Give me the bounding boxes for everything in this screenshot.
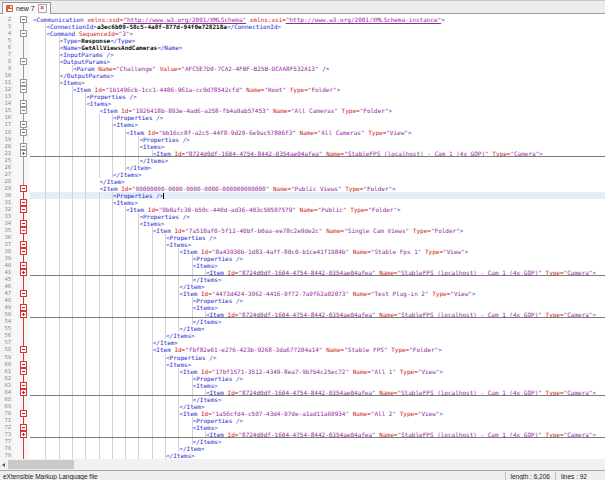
fold-expand-icon[interactable] [20, 389, 27, 396]
line-text[interactable]: <Items> [30, 382, 605, 389]
fold-margin[interactable] [13, 339, 30, 346]
fold-margin[interactable] [13, 16, 30, 23]
line-text[interactable]: </Items> [30, 276, 605, 283]
code-line[interactable]: 48<Properties /> [0, 297, 605, 304]
fold-collapse-icon[interactable] [20, 107, 27, 114]
line-text[interactable]: <Item Id="fbf82e61-e276-423b-9268-3da677… [30, 346, 605, 353]
code-line[interactable]: 72<Items> [0, 424, 605, 431]
fold-margin[interactable] [13, 121, 30, 128]
fold-margin[interactable] [13, 185, 30, 192]
code-line[interactable]: 61<Item Id="17bf1571-3512-4349-8ea7-9b7b… [0, 368, 605, 375]
line-text[interactable]: <Items> [30, 199, 605, 206]
fold-margin[interactable] [13, 58, 30, 65]
fold-collapse-icon[interactable] [20, 79, 27, 86]
code-line[interactable]: 59<Properties /> [0, 354, 605, 361]
code-line[interactable]: 34<Items> [0, 220, 605, 227]
code-line[interactable]: 4<Command SequenceId="3"> [0, 30, 605, 37]
fold-collapse-icon[interactable] [20, 185, 27, 192]
fold-margin[interactable] [13, 192, 30, 199]
line-text[interactable]: <Item Id="7a510af0-5f12-40bf-b0aa-ee78c2… [30, 227, 605, 234]
line-text[interactable]: </Item> [30, 325, 605, 332]
fold-margin[interactable] [13, 431, 30, 438]
fold-margin[interactable] [13, 445, 30, 452]
code-line[interactable]: 49<Items> [0, 304, 605, 311]
line-text[interactable]: <Item Id="1b1496cb-1cc1-4486-961a-cc9d78… [30, 86, 605, 93]
line-text[interactable]: <Communication xmlns:xsd="http://www.w3.… [30, 16, 605, 23]
code-line[interactable]: 9<Param Name="Challenge" Value="AFC5E7D0… [0, 65, 605, 72]
line-text[interactable]: </Item> [30, 283, 605, 290]
line-text[interactable]: <ConnectionId>a3ec6b09-58c5-4a8f-877d-94… [30, 23, 605, 30]
code-line[interactable]: 46</Item> [0, 283, 605, 290]
scroll-left-arrow-icon[interactable] [0, 459, 8, 470]
line-text[interactable]: <Command SequenceId="3"> [30, 30, 605, 37]
code-line[interactable]: 6<Name>GetAllViewsAndCameras</Name> [0, 44, 605, 51]
code-line[interactable]: 14<Items> [0, 100, 605, 107]
fold-margin[interactable] [13, 114, 30, 121]
fold-margin[interactable] [13, 410, 30, 417]
code-line[interactable]: 71<Properties /> [0, 417, 605, 424]
line-text[interactable]: <Properties /> [30, 417, 605, 424]
fold-margin[interactable] [13, 234, 30, 241]
fold-margin[interactable] [13, 318, 30, 325]
code-line[interactable]: 32<Item Id="0b0afc30-b50c-440d-ad36-403c… [0, 206, 605, 213]
fold-margin[interactable] [13, 157, 30, 164]
fold-margin[interactable] [13, 150, 30, 157]
fold-collapse-icon[interactable] [20, 361, 27, 368]
fold-margin[interactable] [13, 283, 30, 290]
line-text[interactable]: <Item Id="1a56cfd4-c507-43d4-97de-a1ad11… [30, 410, 605, 417]
fold-collapse-icon[interactable] [20, 241, 27, 248]
fold-margin[interactable] [13, 206, 30, 213]
code-line[interactable]: 17<Items> [0, 121, 605, 128]
fold-margin[interactable] [13, 417, 30, 424]
fold-margin[interactable] [13, 452, 30, 459]
code-line[interactable]: 33<Properties /> [0, 213, 605, 220]
fold-expand-icon[interactable] [20, 269, 27, 276]
code-line[interactable]: 10</OutputParams> [0, 72, 605, 79]
fold-margin[interactable] [13, 220, 30, 227]
fold-collapse-icon[interactable] [20, 220, 27, 227]
code-line[interactable]: 62<Properties /> [0, 375, 605, 382]
line-text[interactable]: <Items> [30, 79, 605, 86]
code-line[interactable]: 18<Item Id="bb16cc8f-a2c5-44f8-9d20-6e9a… [0, 129, 605, 136]
fold-collapse-icon[interactable] [20, 206, 27, 213]
line-text[interactable]: <Properties /> [30, 136, 605, 143]
fold-margin[interactable] [13, 396, 30, 403]
fold-margin[interactable] [13, 375, 30, 382]
fold-collapse-icon[interactable] [20, 121, 27, 128]
horizontal-scrollbar[interactable] [0, 459, 605, 470]
fold-collapse-icon[interactable] [20, 86, 27, 93]
code-line[interactable]: 60<Items> [0, 361, 605, 368]
fold-margin[interactable] [13, 332, 30, 339]
fold-collapse-icon[interactable] [20, 16, 27, 23]
code-line[interactable]: 28</Item> [0, 178, 605, 185]
fold-margin[interactable] [13, 65, 30, 72]
code-line[interactable]: 12<Item Id="1b1496cb-1cc1-4486-961a-cc9d… [0, 86, 605, 93]
code-line[interactable]: 69</Item> [0, 403, 605, 410]
line-text[interactable]: </Items> [30, 452, 605, 459]
line-text[interactable]: <Properties /> [30, 297, 605, 304]
line-text[interactable]: <Item Id="8a43930b-1d83-4aff-80c0-b1ce41… [30, 248, 605, 255]
code-line[interactable]: 13<Properties /> [0, 93, 605, 100]
line-text[interactable]: <InputParams /> [30, 51, 605, 58]
code-line[interactable]: 40<Items> [0, 262, 605, 269]
line-text[interactable]: </Items> [30, 332, 605, 339]
code-line[interactable]: 15<Item Id="1926418b-893e-4ad6-a258-fb4a… [0, 107, 605, 114]
fold-margin[interactable] [13, 403, 30, 410]
line-text[interactable]: </Item> [30, 178, 605, 185]
fold-margin[interactable] [13, 297, 30, 304]
fold-collapse-icon[interactable] [20, 58, 27, 65]
fold-margin[interactable] [13, 382, 30, 389]
line-text[interactable]: </Items> [30, 396, 605, 403]
code-line[interactable]: 79</Items> [0, 452, 605, 459]
editor-pane[interactable]: 2<Communication xmlns:xsd="http://www.w3… [0, 14, 605, 459]
line-text[interactable]: <Param Name="Challenge" Value="AFC5E7D0-… [30, 65, 605, 72]
code-line[interactable]: 38<Item Id="8a43930b-1d83-4aff-80c0-b1ce… [0, 248, 605, 255]
code-line[interactable]: 73<Item Id="8724d0df-1604-4754-8442-0354… [0, 431, 605, 438]
fold-margin[interactable] [13, 178, 30, 185]
code-line[interactable]: 3<ConnectionId>a3ec6b09-58c5-4a8f-877d-9… [0, 23, 605, 30]
line-text[interactable]: <Items> [30, 361, 605, 368]
fold-margin[interactable] [13, 129, 30, 136]
line-text[interactable]: </Item> [30, 403, 605, 410]
line-text[interactable]: <Item Id="4473d424-3962-4416-9f72-7a9f62… [30, 290, 605, 297]
code-line[interactable]: 19<Properties /> [0, 136, 605, 143]
